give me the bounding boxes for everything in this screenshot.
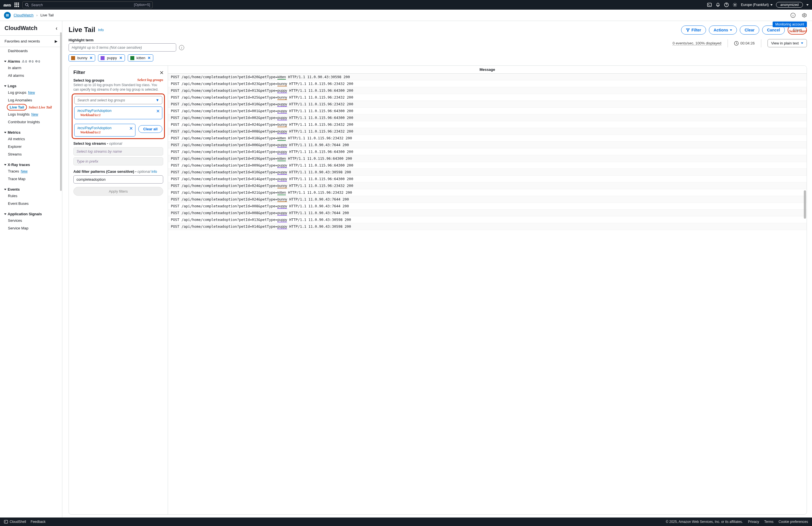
help-icon[interactable] <box>724 2 729 8</box>
terms-link[interactable]: Terms <box>764 520 773 524</box>
close-icon[interactable]: ✕ <box>160 70 164 76</box>
highlight-chip[interactable]: kitten✕ <box>128 54 153 61</box>
log-line[interactable]: POST /api/home/completeadoption?petId=01… <box>168 155 807 162</box>
page-info-link[interactable]: Info <box>98 28 104 32</box>
log-group-token[interactable]: /ecs/PayForAdoptionWorkloadAcc1✕ <box>74 106 162 119</box>
global-search[interactable]: Search [Option+S] <box>23 1 153 8</box>
remove-icon[interactable]: ✕ <box>156 108 160 114</box>
scrollbar[interactable] <box>804 190 806 219</box>
region-selector[interactable]: Europe (Frankfurt) <box>741 3 773 7</box>
chip-label: kitten <box>136 56 145 60</box>
breadcrumb-service[interactable]: CloudWatch <box>14 13 33 17</box>
notifications-icon[interactable] <box>715 2 721 8</box>
nav-event-buses[interactable]: Event Buses <box>0 200 62 207</box>
nav-service-map[interactable]: Service Map <box>0 224 62 232</box>
chip-label: bunny <box>77 56 87 60</box>
stream-prefix-input[interactable]: Type in prefix <box>73 157 163 165</box>
annotation-live-tail: Select Live Tail <box>29 105 52 109</box>
privacy-link[interactable]: Privacy <box>748 520 759 524</box>
search-shortcut: [Option+S] <box>134 3 150 7</box>
remove-icon[interactable]: ✕ <box>119 56 122 60</box>
account-menu[interactable]: anonymized <box>776 2 803 8</box>
nav-explorer[interactable]: Explorer <box>0 143 62 150</box>
log-line[interactable]: POST /api/home/completeadoption?petId=02… <box>168 81 807 87</box>
log-line[interactable]: POST /api/home/completeadoption?petId=00… <box>168 203 807 209</box>
collapse-icon[interactable]: ‹ <box>56 25 58 31</box>
info-panel-icon[interactable] <box>789 12 797 19</box>
highlight-chip[interactable]: bunny✕ <box>69 54 95 61</box>
actions-button[interactable]: Actions <box>709 26 737 34</box>
log-line[interactable]: POST /api/home/completeadoption?petId=00… <box>168 142 807 148</box>
nav-logs-header[interactable]: Logs <box>0 79 62 89</box>
log-line[interactable]: POST /api/home/completeadoption?petId=02… <box>168 74 807 81</box>
remove-icon[interactable]: ✕ <box>129 126 133 131</box>
nav-xray-header[interactable]: X-Ray traces <box>0 158 62 167</box>
feedback-link[interactable]: Feedback <box>31 520 46 524</box>
view-mode-select[interactable]: View in plain text <box>768 39 807 47</box>
log-line[interactable]: POST /api/home/completeadoption?petId=01… <box>168 148 807 155</box>
services-grid-icon[interactable] <box>14 2 19 7</box>
cloudshell-link[interactable]: CloudShell <box>4 520 26 524</box>
nav-log-groups[interactable]: Log groups New <box>0 89 62 96</box>
filter-button[interactable]: Filter <box>681 26 706 34</box>
apply-filters-button[interactable]: Apply filters <box>73 187 163 196</box>
log-line[interactable]: POST /api/home/completeadoption?petId=02… <box>168 94 807 101</box>
nav-services[interactable]: Services <box>0 217 62 224</box>
log-line[interactable]: POST /api/home/completeadoption?petId=01… <box>168 176 807 182</box>
highlight-input[interactable]: Highlight up to 5 terms (Not case sensit… <box>69 43 176 52</box>
nav-trace-map[interactable]: Trace Map <box>0 175 62 183</box>
nav-in-alarm[interactable]: In alarm <box>0 64 62 72</box>
log-line[interactable]: POST /api/home/completeadoption?petId=02… <box>168 121 807 128</box>
log-column-header: Message <box>168 66 807 74</box>
log-line[interactable]: POST /api/home/completeadoption?petId=01… <box>168 223 807 230</box>
log-line[interactable]: POST /api/home/completeadoption?petId=00… <box>168 162 807 169</box>
nav-appsignals-header[interactable]: Application Signals <box>0 207 62 217</box>
patterns-info-link[interactable]: Info <box>151 170 157 174</box>
highlight-chip[interactable]: puppy✕ <box>98 54 125 61</box>
log-line[interactable]: POST /api/home/completeadoption?petId=01… <box>168 216 807 223</box>
nav-live-tail[interactable]: Live Tail <box>7 104 27 111</box>
nav-alarms-header[interactable]: Alarms ⚠ 0 ⊘ 0 ⊖ 0 <box>0 55 62 64</box>
remove-icon[interactable]: ✕ <box>89 56 93 60</box>
nav-log-anomalies[interactable]: Log Anomalies <box>0 96 62 104</box>
log-line[interactable]: POST /api/home/completeadoption?petId=02… <box>168 182 807 189</box>
preferences-icon[interactable] <box>801 12 808 19</box>
nav-metrics-header[interactable]: Metrics <box>0 126 62 135</box>
nav-dashboards[interactable]: Dashboards <box>0 47 62 55</box>
aws-logo[interactable]: aws <box>3 2 11 8</box>
settings-icon[interactable] <box>733 2 738 8</box>
nav-streams[interactable]: Streams <box>0 150 62 158</box>
log-line[interactable]: POST /api/home/completeadoption?petId=00… <box>168 209 807 216</box>
clear-all-button[interactable]: Clear all <box>138 125 162 133</box>
cloudshell-icon[interactable] <box>707 2 712 8</box>
info-icon[interactable]: i <box>179 45 184 50</box>
log-output[interactable]: Message POST /api/home/completeadoption?… <box>168 66 807 514</box>
stream-select[interactable]: Select log streams by name <box>73 147 163 156</box>
log-line[interactable]: POST /api/home/completeadoption?petId=02… <box>168 189 807 196</box>
clear-button[interactable]: Clear <box>740 26 759 34</box>
log-line[interactable]: POST /api/home/completeadoption?petId=01… <box>168 135 807 142</box>
log-line[interactable]: POST /api/home/completeadoption?petId=00… <box>168 108 807 114</box>
nav-logs-insights[interactable]: Logs Insights New <box>0 111 62 118</box>
favorites-section[interactable]: Favorites and recents▶ <box>0 36 62 47</box>
nav-events-header[interactable]: Events <box>0 183 62 192</box>
alarm-count-ok: ⊘ 0 <box>29 59 33 63</box>
cookies-link[interactable]: Cookie preferences <box>779 520 808 524</box>
side-nav-toggle[interactable] <box>4 12 11 19</box>
nav-contributor-insights[interactable]: Contributor Insights <box>0 118 62 126</box>
filter-pattern-input[interactable]: completeadoption <box>73 175 163 184</box>
nav-all-alarms[interactable]: All alarms <box>0 72 62 79</box>
nav-traces[interactable]: Traces New <box>0 167 62 175</box>
log-line[interactable]: POST /api/home/completeadoption?petId=01… <box>168 169 807 176</box>
remove-icon[interactable]: ✕ <box>148 56 151 60</box>
nav-all-metrics[interactable]: All metrics <box>0 135 62 143</box>
log-group-search[interactable]: Search and select log groups▼ <box>74 96 162 104</box>
log-line[interactable]: POST /api/home/completeadoption?petId=01… <box>168 87 807 94</box>
log-line[interactable]: POST /api/home/completeadoption?petId=00… <box>168 128 807 135</box>
scrollbar[interactable] <box>60 32 62 191</box>
nav-rules[interactable]: Rules <box>0 192 62 200</box>
log-line[interactable]: POST /api/home/completeadoption?petId=02… <box>168 196 807 203</box>
log-line[interactable]: POST /api/home/completeadoption?petId=00… <box>168 114 807 121</box>
log-line[interactable]: POST /api/home/completeadoption?petId=01… <box>168 101 807 108</box>
log-group-token[interactable]: /ecs/PayForAdoptionWorkloadAcc1✕ <box>74 124 135 136</box>
